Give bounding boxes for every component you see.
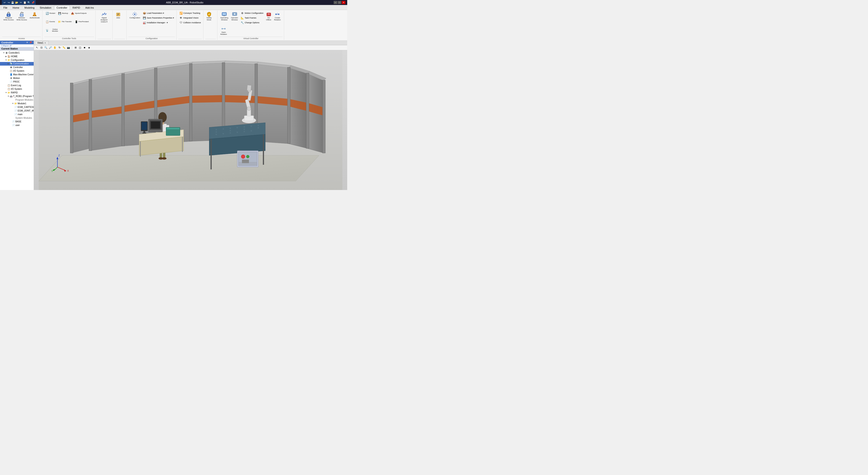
- online-monitor-button[interactable]: 📡 Online Monitor: [44, 28, 62, 33]
- expand-home[interactable]: ▶: [5, 55, 7, 58]
- tree-item-io[interactable]: 📋 I/O System: [0, 69, 34, 73]
- tree-item-configuration[interactable]: ▼ 📁 Configuration: [0, 58, 34, 62]
- signal-analyzer-button[interactable]: Signal AnalyzerOnline ▾: [97, 11, 111, 24]
- tool-snapshot[interactable]: 📷: [66, 46, 70, 50]
- view-tab-view1[interactable]: View1 ✕: [35, 41, 49, 44]
- ios2-label: I/O System: [11, 88, 22, 90]
- vision-icon: 👁: [179, 16, 183, 20]
- tool-zoom-in[interactable]: 🔍: [44, 46, 48, 50]
- tool-grid[interactable]: ⊞: [73, 46, 78, 50]
- panel-pin-button[interactable]: 📌: [29, 41, 32, 43]
- conveyor-tracking-button[interactable]: 🔁 Conveyor Tracking: [178, 11, 201, 16]
- inputs-outputs-button[interactable]: 📥 Inputs/Outputs: [70, 11, 87, 16]
- tool-select[interactable]: ↖: [35, 46, 39, 50]
- install-label: Installation Manager - ▾: [147, 22, 168, 24]
- tree-item-program-modules[interactable]: Program Modules: [0, 98, 34, 102]
- tree-item-controller[interactable]: 🖥 Controller: [0, 66, 34, 69]
- collapse-all-label: Collapse all: [1, 44, 11, 47]
- tab-file[interactable]: File: [1, 5, 10, 10]
- tree-item-system-modules[interactable]: System Modules: [0, 116, 34, 120]
- configuration-button[interactable]: Configuration: [128, 11, 142, 20]
- request-write-access-button[interactable]: RequestWrite Access: [2, 11, 15, 22]
- tab-modeling[interactable]: Modeling: [22, 5, 37, 10]
- installation-manager-button[interactable]: 🏭 Installation Manager - ▾: [142, 20, 175, 25]
- safety-mode-button[interactable]: SafetyMode: [205, 11, 213, 22]
- integrated-vision-button[interactable]: 👁 Integrated Vision: [178, 16, 199, 20]
- task-frames-icon: 📐: [241, 16, 244, 20]
- restart-button[interactable]: 🔄 Restart: [44, 11, 57, 16]
- tree-item-main[interactable]: 📄 main: [0, 113, 34, 116]
- tab-controller[interactable]: Controller: [54, 5, 70, 10]
- tool-measure[interactable]: 📏: [62, 46, 66, 50]
- panel-close-button[interactable]: ✕: [26, 41, 29, 43]
- tree-item-egm-joint[interactable]: 📄 EGM_JOINT_MOVE: [0, 109, 34, 113]
- backup-icon: 💾: [58, 11, 61, 15]
- load-parameters-button[interactable]: 📦 Load Parameters ▾: [142, 11, 175, 16]
- save-parameters-button[interactable]: 💾 Save Parameters Properties ▾: [142, 16, 175, 20]
- tab-home[interactable]: Home: [10, 5, 22, 10]
- tree-item-base[interactable]: 📄 BASE: [0, 120, 34, 123]
- backup-button[interactable]: 💾 Backup: [57, 11, 69, 16]
- tab-rapid[interactable]: RAPID: [70, 5, 83, 10]
- jobs-button[interactable]: Jobs: [114, 11, 122, 20]
- tree-item-user[interactable]: 📄 user: [0, 123, 34, 127]
- tree-item-proc[interactable]: 📄 PROC: [0, 80, 34, 84]
- tool-render[interactable]: ◈: [87, 46, 91, 50]
- open-button[interactable]: 📂: [15, 1, 19, 4]
- release-write-access-button[interactable]: ReleaseWrite Access: [16, 11, 28, 22]
- operating-window-button[interactable]: OperatingWindow: [219, 11, 229, 22]
- tool-zoom-out[interactable]: 🔎: [49, 46, 53, 50]
- tree-item-rapid[interactable]: ▼ 📁 RAPID: [0, 91, 34, 94]
- maximize-button[interactable]: □: [338, 1, 341, 4]
- open-relation-label: OpenRelation: [220, 31, 227, 35]
- save-button[interactable]: 💾: [11, 1, 14, 4]
- collapse-all-button[interactable]: Collapse all: [0, 44, 34, 47]
- tool-wireframe[interactable]: ◫: [78, 46, 82, 50]
- motion-config-button[interactable]: ⚙ Motion Configuration: [240, 11, 264, 16]
- copy-button[interactable]: 📋: [23, 1, 27, 4]
- open-relation-button[interactable]: OpenRelation: [219, 25, 228, 36]
- expand-configuration[interactable]: ▼: [5, 59, 7, 61]
- close-button[interactable]: ✕: [342, 1, 345, 4]
- undo-button[interactable]: ↩: [3, 1, 6, 4]
- tree-item-home[interactable]: ▶ 🏠 HOME: [0, 55, 34, 58]
- tree-item-communication[interactable]: ▶ 📡 Communication: [0, 62, 34, 66]
- tool-zoom-fit[interactable]: ⊡: [39, 46, 43, 50]
- expand-controller1[interactable]: ▼: [3, 52, 5, 54]
- tree-item-io-system2[interactable]: 📋 I/O System: [0, 87, 34, 91]
- tool-pan[interactable]: ✋: [53, 46, 57, 50]
- go-offline-button[interactable]: GoOffline: [265, 11, 273, 22]
- expand-rapid[interactable]: ▼: [5, 92, 7, 94]
- search-button[interactable]: 🔍: [27, 1, 31, 4]
- view1-close[interactable]: ✕: [44, 42, 46, 44]
- tree-item-trob1[interactable]: ▼ 🤖 T_ROB1 (Program T_ROB1): [0, 94, 34, 98]
- tree-item-controller1[interactable]: ▼ 🖥 Controller1: [0, 51, 34, 55]
- expand-module1[interactable]: ▼: [12, 102, 14, 105]
- cut-button[interactable]: ✂: [19, 1, 23, 4]
- task-frames-button[interactable]: 📐 Task Frames: [240, 16, 264, 20]
- expand-trob1[interactable]: ▼: [7, 95, 9, 97]
- tree-item-event-log[interactable]: 📋 Event Log: [0, 84, 34, 87]
- tool-rotate[interactable]: ↻: [57, 46, 61, 50]
- file-transfer-button[interactable]: 📁 File Transfer: [57, 19, 73, 24]
- minimize-button[interactable]: ─: [334, 1, 337, 4]
- redo-button[interactable]: ↪: [7, 1, 10, 4]
- tree-item-module1[interactable]: ▼ 📁 Module1: [0, 102, 34, 106]
- authenticate-button[interactable]: Authenticate: [29, 11, 41, 20]
- flexpendant-button[interactable]: 📱 FlexPendant: [73, 19, 90, 24]
- tab-addins[interactable]: Add-Ins: [83, 5, 96, 10]
- change-options-button[interactable]: 🔧 Change Options: [240, 20, 264, 25]
- tree-item-mmc[interactable]: 👤 Man-Machine Communication: [0, 73, 34, 77]
- events-button[interactable]: 📋 Events: [44, 19, 56, 24]
- tree-item-egm-cartesian[interactable]: 📄 EGM_CARTESIAN_MOVE: [0, 106, 34, 109]
- collision-avoidance-button[interactable]: 🛡 Collision Avoidance: [178, 20, 202, 25]
- flexpendant-icon: 📱: [74, 20, 78, 24]
- tool-solid[interactable]: ■: [83, 46, 87, 50]
- expand-communication[interactable]: ▶: [7, 63, 9, 65]
- operator-window-button[interactable]: OperatorWindow: [230, 11, 239, 22]
- tab-simulation[interactable]: Simulation: [37, 5, 54, 10]
- tree-item-motion[interactable]: ⚙ Motion: [0, 77, 34, 80]
- create-relation-button[interactable]: + CreateRelation: [273, 11, 282, 22]
- svg-point-97: [244, 128, 245, 130]
- pin-button[interactable]: 📌: [31, 1, 35, 4]
